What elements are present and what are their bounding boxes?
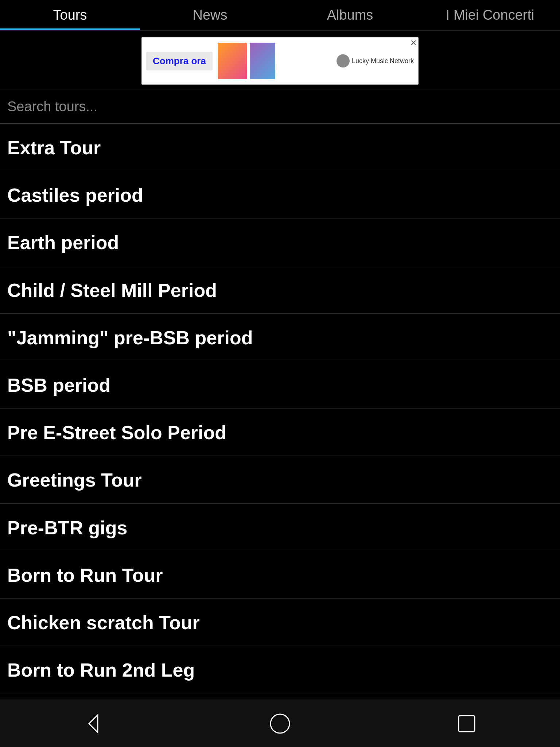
tab-news[interactable]: News bbox=[140, 0, 280, 30]
tour-item[interactable]: Castiles period bbox=[0, 171, 560, 218]
tour-item-label: Born to Run 2nd Leg bbox=[7, 660, 553, 681]
ad-image-2 bbox=[250, 43, 275, 79]
back-icon bbox=[82, 712, 105, 735]
tab-albums[interactable]: Albums bbox=[280, 0, 420, 30]
tour-item-label: Earth period bbox=[7, 232, 553, 253]
tour-item[interactable]: Pre-BTR gigs bbox=[0, 504, 560, 551]
recents-icon bbox=[455, 712, 478, 735]
tour-item-label: "Jamming" pre-BSB period bbox=[7, 328, 553, 348]
svg-marker-0 bbox=[89, 715, 98, 732]
ad-logo-text: Lucky Music Network bbox=[352, 57, 414, 65]
tour-item[interactable]: Born to Run 2nd Leg bbox=[0, 646, 560, 693]
tour-item[interactable]: Greetings Tour bbox=[0, 456, 560, 503]
search-bar bbox=[0, 90, 560, 124]
tour-item-label: Extra Tour bbox=[7, 138, 553, 158]
tour-item[interactable]: Earth period bbox=[0, 218, 560, 266]
svg-point-1 bbox=[271, 714, 289, 733]
tour-item[interactable]: BSB period bbox=[0, 361, 560, 409]
back-button[interactable] bbox=[75, 709, 112, 738]
recents-button[interactable] bbox=[448, 709, 485, 738]
tour-item-label: Chicken scratch Tour bbox=[7, 612, 553, 633]
svg-rect-2 bbox=[459, 716, 475, 732]
tab-miei-concerti[interactable]: I Miei Concerti bbox=[420, 0, 560, 30]
home-button[interactable] bbox=[262, 709, 298, 738]
tour-item-label: Child / Steel Mill Period bbox=[7, 280, 553, 301]
tour-item[interactable]: Pre E-Street Solo Period bbox=[0, 409, 560, 456]
ad-inner: ✕ Compra ora Lucky Music Network bbox=[141, 37, 419, 85]
ad-buy-button[interactable]: Compra ora bbox=[146, 52, 213, 70]
tab-tours[interactable]: Tours bbox=[0, 0, 140, 30]
tour-item-label: Pre-BTR gigs bbox=[7, 518, 553, 538]
tour-item-label: BSB period bbox=[7, 375, 553, 396]
tour-item[interactable]: Chicken scratch Tour bbox=[0, 599, 560, 646]
ad-close-button[interactable]: ✕ bbox=[410, 38, 417, 48]
tour-item-label: Pre E-Street Solo Period bbox=[7, 422, 553, 443]
tour-item-label: Greetings Tour bbox=[7, 470, 553, 491]
ad-logo-icon bbox=[337, 54, 350, 67]
ad-image-1 bbox=[218, 43, 247, 79]
tour-item[interactable]: Extra Tour bbox=[0, 124, 560, 171]
ad-banner: ✕ Compra ora Lucky Music Network bbox=[0, 31, 560, 90]
ad-images bbox=[218, 43, 275, 79]
tour-item[interactable]: Born to Run Tour bbox=[0, 551, 560, 599]
bottom-nav bbox=[0, 700, 560, 747]
tour-list: Extra TourCastiles periodEarth periodChi… bbox=[0, 124, 560, 741]
tour-item-label: Castiles period bbox=[7, 185, 553, 206]
tour-item-label: Born to Run Tour bbox=[7, 565, 553, 586]
home-icon bbox=[268, 712, 292, 735]
search-input[interactable] bbox=[7, 99, 553, 115]
ad-logo: Lucky Music Network bbox=[337, 54, 414, 67]
tour-item[interactable]: "Jamming" pre-BSB period bbox=[0, 314, 560, 361]
tab-bar: ToursNewsAlbumsI Miei Concerti bbox=[0, 0, 560, 31]
tour-item[interactable]: Child / Steel Mill Period bbox=[0, 266, 560, 314]
